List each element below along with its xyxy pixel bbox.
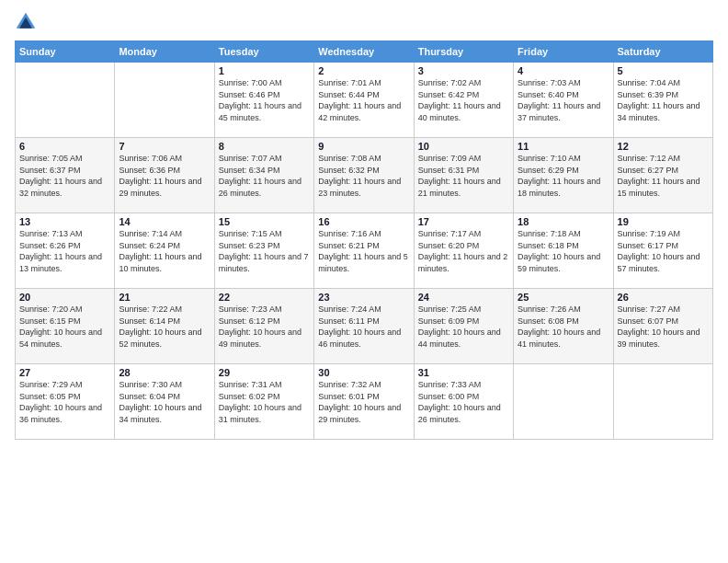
calendar-week-row: 6Sunrise: 7:05 AM Sunset: 6:37 PM Daylig… xyxy=(16,138,713,213)
day-info: Sunrise: 7:12 AM Sunset: 6:27 PM Dayligh… xyxy=(618,153,709,199)
day-number: 29 xyxy=(219,367,310,378)
day-number: 14 xyxy=(119,216,210,227)
calendar-cell: 1Sunrise: 7:00 AM Sunset: 6:46 PM Daylig… xyxy=(214,63,313,138)
calendar-cell: 25Sunrise: 7:26 AM Sunset: 6:08 PM Dayli… xyxy=(514,289,613,364)
logo xyxy=(15,11,40,33)
day-info: Sunrise: 7:20 AM Sunset: 6:15 PM Dayligh… xyxy=(19,304,110,350)
calendar-week-row: 13Sunrise: 7:13 AM Sunset: 6:26 PM Dayli… xyxy=(16,213,713,289)
calendar-cell: 3Sunrise: 7:02 AM Sunset: 6:42 PM Daylig… xyxy=(414,63,513,138)
day-number: 19 xyxy=(618,216,709,227)
calendar-cell: 24Sunrise: 7:25 AM Sunset: 6:09 PM Dayli… xyxy=(414,289,513,364)
calendar-cell: 12Sunrise: 7:12 AM Sunset: 6:27 PM Dayli… xyxy=(613,138,712,213)
day-number: 16 xyxy=(318,216,409,227)
calendar-cell xyxy=(613,364,712,440)
calendar-cell: 9Sunrise: 7:08 AM Sunset: 6:32 PM Daylig… xyxy=(314,138,414,213)
day-info: Sunrise: 7:18 AM Sunset: 6:18 PM Dayligh… xyxy=(518,228,609,274)
calendar-week-row: 20Sunrise: 7:20 AM Sunset: 6:15 PM Dayli… xyxy=(16,289,713,364)
day-info: Sunrise: 7:03 AM Sunset: 6:40 PM Dayligh… xyxy=(518,77,609,123)
day-number: 17 xyxy=(418,216,509,227)
calendar-cell: 23Sunrise: 7:24 AM Sunset: 6:11 PM Dayli… xyxy=(314,289,414,364)
day-info: Sunrise: 7:01 AM Sunset: 6:44 PM Dayligh… xyxy=(318,77,409,123)
day-info: Sunrise: 7:33 AM Sunset: 6:00 PM Dayligh… xyxy=(418,379,509,425)
calendar-cell: 31Sunrise: 7:33 AM Sunset: 6:00 PM Dayli… xyxy=(414,364,513,440)
calendar-cell: 8Sunrise: 7:07 AM Sunset: 6:34 PM Daylig… xyxy=(214,138,313,213)
day-number: 6 xyxy=(19,141,110,152)
calendar-cell: 28Sunrise: 7:30 AM Sunset: 6:04 PM Dayli… xyxy=(115,364,214,440)
day-number: 11 xyxy=(518,141,609,152)
day-info: Sunrise: 7:32 AM Sunset: 6:01 PM Dayligh… xyxy=(318,379,409,425)
day-number: 23 xyxy=(318,292,409,303)
weekday-header: Friday xyxy=(514,41,613,63)
calendar-cell xyxy=(16,63,115,138)
day-number: 28 xyxy=(119,367,210,378)
day-number: 27 xyxy=(19,367,110,378)
weekday-header: Thursday xyxy=(414,41,513,63)
day-info: Sunrise: 7:04 AM Sunset: 6:39 PM Dayligh… xyxy=(618,77,709,123)
day-info: Sunrise: 7:13 AM Sunset: 6:26 PM Dayligh… xyxy=(19,228,110,274)
calendar-cell: 11Sunrise: 7:10 AM Sunset: 6:29 PM Dayli… xyxy=(514,138,613,213)
day-number: 26 xyxy=(618,292,709,303)
day-number: 15 xyxy=(219,216,310,227)
day-info: Sunrise: 7:27 AM Sunset: 6:07 PM Dayligh… xyxy=(618,304,709,350)
day-info: Sunrise: 7:29 AM Sunset: 6:05 PM Dayligh… xyxy=(19,379,110,425)
day-info: Sunrise: 7:26 AM Sunset: 6:08 PM Dayligh… xyxy=(518,304,609,350)
calendar-cell: 22Sunrise: 7:23 AM Sunset: 6:12 PM Dayli… xyxy=(214,289,313,364)
header xyxy=(15,11,713,33)
day-info: Sunrise: 7:19 AM Sunset: 6:17 PM Dayligh… xyxy=(618,228,709,274)
weekday-header: Tuesday xyxy=(214,41,313,63)
calendar-cell: 21Sunrise: 7:22 AM Sunset: 6:14 PM Dayli… xyxy=(115,289,214,364)
day-number: 3 xyxy=(418,65,509,76)
weekday-header: Sunday xyxy=(16,41,115,63)
day-number: 4 xyxy=(518,65,609,76)
day-info: Sunrise: 7:10 AM Sunset: 6:29 PM Dayligh… xyxy=(518,153,609,199)
day-number: 31 xyxy=(418,367,509,378)
day-info: Sunrise: 7:16 AM Sunset: 6:21 PM Dayligh… xyxy=(318,228,409,274)
day-number: 20 xyxy=(19,292,110,303)
page: SundayMondayTuesdayWednesdayThursdayFrid… xyxy=(0,0,728,563)
weekday-header: Wednesday xyxy=(314,41,414,63)
weekday-header: Monday xyxy=(115,41,214,63)
calendar-cell: 29Sunrise: 7:31 AM Sunset: 6:02 PM Dayli… xyxy=(214,364,313,440)
day-info: Sunrise: 7:30 AM Sunset: 6:04 PM Dayligh… xyxy=(119,379,210,425)
day-number: 9 xyxy=(318,141,409,152)
day-number: 1 xyxy=(219,65,310,76)
day-info: Sunrise: 7:09 AM Sunset: 6:31 PM Dayligh… xyxy=(418,153,509,199)
calendar-cell: 2Sunrise: 7:01 AM Sunset: 6:44 PM Daylig… xyxy=(314,63,414,138)
calendar-cell: 5Sunrise: 7:04 AM Sunset: 6:39 PM Daylig… xyxy=(613,63,712,138)
day-info: Sunrise: 7:07 AM Sunset: 6:34 PM Dayligh… xyxy=(219,153,310,199)
weekday-header: Saturday xyxy=(613,41,712,63)
calendar-cell: 13Sunrise: 7:13 AM Sunset: 6:26 PM Dayli… xyxy=(16,213,115,289)
day-info: Sunrise: 7:05 AM Sunset: 6:37 PM Dayligh… xyxy=(19,153,110,199)
day-number: 10 xyxy=(418,141,509,152)
day-number: 7 xyxy=(119,141,210,152)
calendar-cell: 20Sunrise: 7:20 AM Sunset: 6:15 PM Dayli… xyxy=(16,289,115,364)
calendar-cell: 15Sunrise: 7:15 AM Sunset: 6:23 PM Dayli… xyxy=(214,213,313,289)
day-number: 22 xyxy=(219,292,310,303)
day-info: Sunrise: 7:08 AM Sunset: 6:32 PM Dayligh… xyxy=(318,153,409,199)
calendar-cell xyxy=(115,63,214,138)
day-number: 13 xyxy=(19,216,110,227)
day-number: 2 xyxy=(318,65,409,76)
calendar-cell: 6Sunrise: 7:05 AM Sunset: 6:37 PM Daylig… xyxy=(16,138,115,213)
day-number: 18 xyxy=(518,216,609,227)
calendar-cell: 7Sunrise: 7:06 AM Sunset: 6:36 PM Daylig… xyxy=(115,138,214,213)
day-number: 21 xyxy=(119,292,210,303)
day-info: Sunrise: 7:00 AM Sunset: 6:46 PM Dayligh… xyxy=(219,77,310,123)
calendar-cell: 19Sunrise: 7:19 AM Sunset: 6:17 PM Dayli… xyxy=(613,213,712,289)
day-info: Sunrise: 7:23 AM Sunset: 6:12 PM Dayligh… xyxy=(219,304,310,350)
day-info: Sunrise: 7:24 AM Sunset: 6:11 PM Dayligh… xyxy=(318,304,409,350)
day-info: Sunrise: 7:17 AM Sunset: 6:20 PM Dayligh… xyxy=(418,228,509,274)
logo-icon xyxy=(15,11,37,33)
calendar-cell: 30Sunrise: 7:32 AM Sunset: 6:01 PM Dayli… xyxy=(314,364,414,440)
day-info: Sunrise: 7:14 AM Sunset: 6:24 PM Dayligh… xyxy=(119,228,210,274)
day-number: 8 xyxy=(219,141,310,152)
day-number: 24 xyxy=(418,292,509,303)
day-info: Sunrise: 7:15 AM Sunset: 6:23 PM Dayligh… xyxy=(219,228,310,274)
calendar-cell: 4Sunrise: 7:03 AM Sunset: 6:40 PM Daylig… xyxy=(514,63,613,138)
calendar-cell: 18Sunrise: 7:18 AM Sunset: 6:18 PM Dayli… xyxy=(514,213,613,289)
calendar-week-row: 1Sunrise: 7:00 AM Sunset: 6:46 PM Daylig… xyxy=(16,63,713,138)
day-number: 12 xyxy=(618,141,709,152)
calendar-cell: 17Sunrise: 7:17 AM Sunset: 6:20 PM Dayli… xyxy=(414,213,513,289)
calendar-cell: 26Sunrise: 7:27 AM Sunset: 6:07 PM Dayli… xyxy=(613,289,712,364)
day-info: Sunrise: 7:22 AM Sunset: 6:14 PM Dayligh… xyxy=(119,304,210,350)
